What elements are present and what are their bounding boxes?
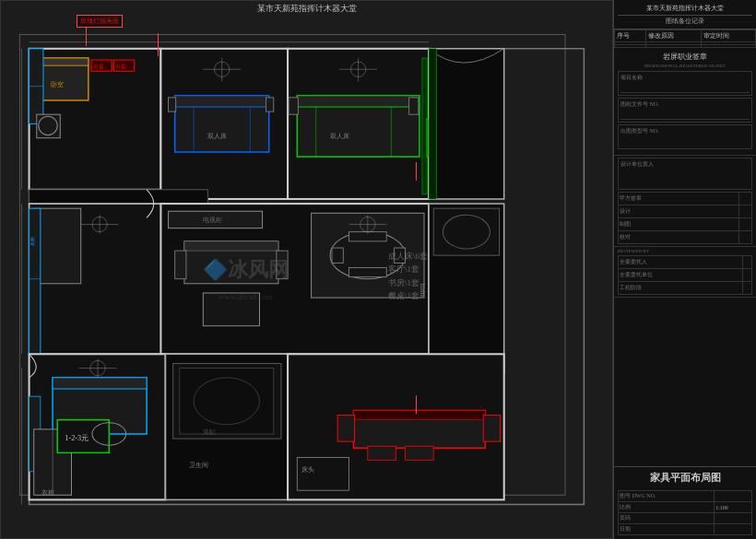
- furniture-item-2: 客厅\1套: [388, 263, 428, 275]
- project-name-block: 项目名称: [618, 71, 752, 96]
- reviewed-row-3: 工程阶段: [619, 282, 752, 295]
- meta-row-1: 图号 DWG NO.: [619, 491, 752, 502]
- svg-rect-26: [297, 96, 419, 107]
- signature-row-2: 设计: [619, 205, 752, 218]
- meta-row-4: 日期: [619, 524, 752, 535]
- signature-row-1: 甲方签章: [619, 193, 752, 205]
- svg-rect-35: [422, 58, 427, 194]
- svg-rect-54: [332, 248, 343, 263]
- right-panel: 某市天新苑指挥计木器大堂 图纸备位记录 序号 修改原因 审定时间 岩屏职: [613, 0, 756, 539]
- main-container: 某市天新苑指挥计木器大堂 🔷冰风网 www.dfcad.com 成人床\6套 客…: [0, 0, 756, 539]
- svg-text:双人床: 双人床: [207, 133, 227, 140]
- svg-rect-30: [289, 98, 298, 114]
- label-line-1: [158, 33, 159, 56]
- scale-value: 1:100: [715, 502, 752, 513]
- meta-row-2: 比例 1:100: [619, 502, 752, 513]
- professional-subtitle: PROFESSIONAL REGISTERED SIGNET: [618, 64, 752, 68]
- signature-row-3: 制图: [619, 218, 752, 231]
- svg-rect-38: [30, 190, 208, 204]
- revision-header-row: 序号 修改原因 审定时间: [615, 30, 756, 42]
- svg-text:床头: 床头: [301, 466, 314, 474]
- svg-rect-63: [53, 378, 147, 389]
- svg-rect-84: [483, 416, 500, 442]
- floor-plan-svg: 卧室 出盘 出盘 双人床: [1, 1, 612, 538]
- reviewed-section: REVIEWED BY 全案委托人 全案委托单位 工程阶段: [614, 247, 756, 298]
- svg-rect-31: [409, 98, 419, 114]
- svg-rect-3: [37, 58, 89, 65]
- svg-rect-85: [368, 446, 396, 460]
- svg-rect-82: [354, 411, 486, 420]
- professional-section: 岩屏职业签章 PROFESSIONAL REGISTERED SIGNET 项目…: [614, 48, 756, 156]
- reviewed-label: REVIEWED BY: [618, 249, 752, 253]
- svg-rect-46: [184, 241, 278, 251]
- svg-rect-102: [429, 49, 436, 199]
- col-date: 审定时间: [701, 30, 755, 42]
- col-num: 序号: [615, 30, 646, 42]
- cad-area: 某市天新苑指挥计木器大堂 🔷冰风网 www.dfcad.com 成人床\6套 客…: [0, 0, 613, 539]
- svg-rect-15: [175, 96, 269, 107]
- furniture-list: 成人床\6套 客厅\1套 书房\1套 餐桌\1套: [388, 250, 428, 303]
- svg-rect-47: [175, 251, 186, 279]
- svg-text:浴缸: 浴缸: [203, 428, 216, 436]
- svg-rect-86: [406, 446, 434, 460]
- svg-text:双人床: 双人床: [330, 133, 349, 140]
- svg-text:出盘: 出盘: [115, 64, 126, 69]
- svg-rect-83: [337, 416, 354, 442]
- svg-rect-48: [277, 251, 288, 279]
- svg-rect-37: [429, 49, 504, 199]
- furniture-item-3: 书房\1套: [388, 276, 428, 289]
- furniture-item-1: 成人床\6套: [388, 250, 428, 263]
- svg-rect-20: [266, 98, 274, 111]
- svg-text:电视柜: 电视柜: [203, 217, 222, 225]
- revision-table: 序号 修改原因 审定时间: [614, 29, 756, 48]
- svg-rect-49: [203, 293, 259, 326]
- svg-text:1-2-3元: 1-2-3元: [65, 434, 89, 442]
- meta-row-3: 页码: [619, 513, 752, 524]
- record-subtitle: 图纸备位记录: [618, 16, 752, 27]
- label-line-2: [416, 162, 417, 181]
- svg-rect-41: [30, 208, 41, 354]
- stamp-section: 设计单位责人 甲方签章 设计 制图 校对: [614, 156, 756, 247]
- col-reason: 修改原因: [646, 30, 701, 42]
- reviewed-row-1: 全案委托人: [619, 256, 752, 269]
- professional-title: 岩屏职业签章: [618, 52, 752, 62]
- sheet-title: 某市天新苑指挥计木器大堂: [618, 2, 752, 16]
- svg-text:卫生间: 卫生间: [189, 462, 208, 469]
- svg-rect-57: [348, 267, 386, 276]
- drawing-no-block: 图纸文件号 NO.: [618, 98, 752, 123]
- right-bottom: 家具平面布局图 图号 DWG NO. 比例 1:100 页码 日期: [614, 466, 756, 539]
- svg-text:出盘: 出盘: [93, 64, 104, 69]
- drawing-title: 家具平面布局图: [618, 471, 752, 485]
- svg-text:卧室: 卧室: [51, 81, 64, 88]
- svg-text:衣柜: 衣柜: [30, 237, 35, 246]
- svg-rect-19: [169, 98, 176, 111]
- reviewed-row-2: 全案委托单位: [619, 269, 752, 282]
- drawing-type-block: 出图类型号 NO.: [618, 124, 752, 149]
- svg-rect-7: [37, 114, 61, 138]
- svg-text:衣柜: 衣柜: [41, 489, 54, 497]
- right-panel-header: 某市天新苑指挥计木器大堂 图纸备位记录: [614, 0, 756, 29]
- furniture-item-4: 餐桌\1套: [388, 289, 428, 302]
- label-line-3: [416, 395, 417, 414]
- signature-row-4: 校对: [619, 231, 752, 244]
